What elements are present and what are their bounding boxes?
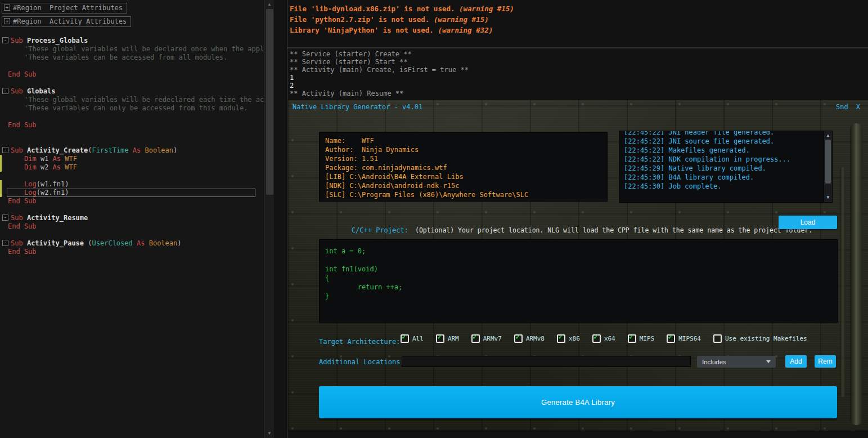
editor-code-line[interactable]: Log(w1.fn1) — [0, 180, 264, 189]
checkbox-checked[interactable]: ✓ — [628, 334, 636, 343]
collapse-icon[interactable]: - — [2, 214, 8, 221]
checkbox-label[interactable]: ARMv7 — [483, 335, 502, 342]
checkbox-label[interactable]: x64 — [604, 335, 615, 342]
editor-blank-line[interactable] — [0, 231, 264, 239]
editor-code-line[interactable]: -Sub Activity_Create(FirstTime As Boolea… — [0, 146, 264, 155]
scroll-down-icon[interactable]: ▼ — [824, 194, 832, 202]
region-fold-row[interactable]: +#Region Project Attributes — [0, 1, 264, 15]
panel-splitter[interactable] — [274, 0, 287, 438]
load-button[interactable]: Load — [779, 216, 837, 229]
checkbox-checked[interactable]: ✓ — [592, 334, 601, 343]
architecture-checkbox-arm[interactable]: ✓ARM — [436, 334, 459, 343]
editor-code-line[interactable]: End Sub — [0, 222, 264, 231]
log-output: ** Service (starter) Create **** Service… — [287, 48, 868, 98]
collapse-icon[interactable]: - — [2, 37, 8, 43]
checkbox-label[interactable]: All — [412, 335, 424, 342]
expand-icon[interactable]: + — [4, 5, 10, 11]
architecture-checkbox-armv8[interactable]: ✓ARMv8 — [514, 334, 545, 343]
info-line: Name: WTF — [325, 136, 601, 145]
locations-type-dropdown[interactable]: Includes — [697, 356, 776, 368]
close-button[interactable]: X — [856, 103, 860, 111]
add-location-button[interactable]: Add — [785, 355, 807, 368]
sound-toggle-button[interactable]: Snd — [836, 103, 848, 111]
checkbox-label[interactable]: MIPS64 — [678, 335, 701, 342]
editor-code-line[interactable]: End Sub — [0, 70, 264, 79]
editor-code-line[interactable]: Log(w2.fn1) — [0, 189, 264, 197]
architecture-checkbox-mips64[interactable]: ✓MIPS64 — [667, 334, 701, 343]
project-label: C/C++ Project: — [352, 226, 408, 234]
expand-icon[interactable]: + — [4, 18, 10, 24]
editor-code-line[interactable]: -Sub Activity_Pause (UserClosed As Boole… — [0, 239, 264, 248]
additional-locations-input[interactable] — [402, 356, 691, 367]
editor-code-line[interactable]: End Sub — [0, 121, 264, 129]
remove-location-button[interactable]: Rem — [815, 355, 836, 368]
nlg-log-line: [22:45:22] JNI header file generated. — [624, 131, 819, 137]
editor-code-line[interactable]: Dim w2 As WTF — [0, 163, 264, 172]
checkbox-checked[interactable]: ✓ — [667, 334, 675, 343]
code-token: Activity_Pause — [27, 239, 88, 247]
checkbox-label[interactable]: ARMv8 — [526, 335, 545, 342]
checkbox-label[interactable]: x86 — [569, 335, 580, 342]
scroll-down-icon[interactable]: ▼ — [265, 430, 274, 437]
scroll-up-icon[interactable]: ▲ — [265, 1, 274, 8]
checkbox-label[interactable]: MIPS — [640, 335, 655, 342]
collapse-icon[interactable]: - — [2, 88, 8, 94]
architecture-checkbox-x86[interactable]: ✓x86 — [557, 334, 580, 343]
editor-code-line[interactable]: -Sub Process_Globals — [0, 37, 264, 45]
editor-scrollbar-thumb[interactable] — [266, 9, 273, 195]
info-line: [LIB] C:\Android\B4A External Libs — [325, 172, 601, 181]
nlg-log-scrollbar-thumb[interactable] — [825, 140, 831, 184]
editor-scrollbar[interactable]: ▲ ▼ — [264, 0, 274, 438]
editor-blank-line[interactable] — [0, 113, 264, 121]
region-header[interactable]: +#Region Project Attributes — [2, 3, 127, 14]
editor-blank-line[interactable] — [0, 79, 264, 87]
nlg-window-title: Native Library Generator - v4.01 — [293, 103, 422, 111]
collapse-icon[interactable]: - — [2, 240, 8, 246]
scroll-up-icon[interactable]: ▲ — [824, 132, 832, 140]
editor-blank-line[interactable] — [0, 28, 264, 37]
editor-code-line[interactable]: 'These global variables will be redeclar… — [0, 96, 264, 104]
checkbox-checked[interactable]: ✓ — [401, 334, 409, 343]
editor-code-line[interactable]: 'These global variables will be declared… — [0, 45, 264, 53]
checkbox-label[interactable]: Use existing Makefiles — [725, 335, 807, 342]
architecture-checkbox-all[interactable]: ✓All — [401, 334, 424, 343]
editor-blank-line[interactable] — [0, 138, 264, 146]
checkmark-icon: ✓ — [437, 333, 442, 341]
architecture-checkbox-x64[interactable]: ✓x64 — [592, 334, 615, 343]
target-architecture-label: Target Architecture: — [319, 338, 401, 346]
checkbox-checked[interactable]: ✓ — [471, 334, 480, 343]
editor-blank-line[interactable] — [0, 129, 264, 138]
target-architecture-row: Target Architecture: — [319, 336, 401, 347]
code-token: ( — [88, 239, 92, 247]
editor-code-line[interactable]: 'These variables can be accessed from al… — [0, 53, 264, 62]
nlg-log-scrollbar[interactable]: ▲ ▼ — [824, 131, 832, 202]
texture-pipe — [850, 123, 862, 425]
checkmark-icon: ✓ — [402, 333, 407, 341]
architecture-checkbox-use-existing-makefiles[interactable]: Use existing Makefiles — [713, 334, 807, 343]
editor-code-line[interactable]: Dim w1 As WTF — [0, 155, 264, 163]
architecture-checkbox-armv7[interactable]: ✓ARMv7 — [471, 334, 502, 343]
checkbox-checked[interactable]: ✓ — [436, 334, 444, 343]
checkbox-unchecked[interactable] — [713, 334, 722, 343]
architecture-checkbox-mips[interactable]: ✓MIPS — [628, 334, 655, 343]
editor-code-line[interactable]: -Sub Globals — [0, 87, 264, 96]
checkbox-checked[interactable]: ✓ — [557, 334, 565, 343]
info-line: Version: 1.51 — [325, 154, 601, 163]
region-header[interactable]: +#Region Activity Attributes — [2, 16, 131, 27]
editor-code-line[interactable]: 'These variables can only be accessed fr… — [0, 104, 264, 113]
cpp-code-box[interactable]: int a = 0;int fn1(void){ return ++a;} — [319, 239, 838, 323]
checkbox-label[interactable]: ARM — [448, 335, 459, 342]
region-label: #Region Activity Attributes — [13, 17, 127, 25]
editor-code-line[interactable]: -Sub Activity_Resume — [0, 214, 264, 222]
editor-code-line[interactable]: End Sub — [0, 248, 264, 256]
collapse-icon[interactable]: - — [2, 147, 8, 153]
editor-blank-line[interactable] — [0, 62, 264, 70]
region-fold-row[interactable]: +#Region Activity Attributes — [0, 15, 264, 28]
checkbox-checked[interactable]: ✓ — [514, 334, 523, 343]
code-editor[interactable]: +#Region Project Attributes+#Region Acti… — [0, 0, 264, 438]
editor-code-line[interactable]: End Sub — [0, 197, 264, 205]
editor-blank-line[interactable] — [0, 205, 264, 214]
warning-code: (warning #15) — [434, 15, 489, 24]
generate-library-button[interactable]: Generate B4A Library — [319, 386, 837, 418]
editor-blank-line[interactable] — [0, 172, 264, 180]
